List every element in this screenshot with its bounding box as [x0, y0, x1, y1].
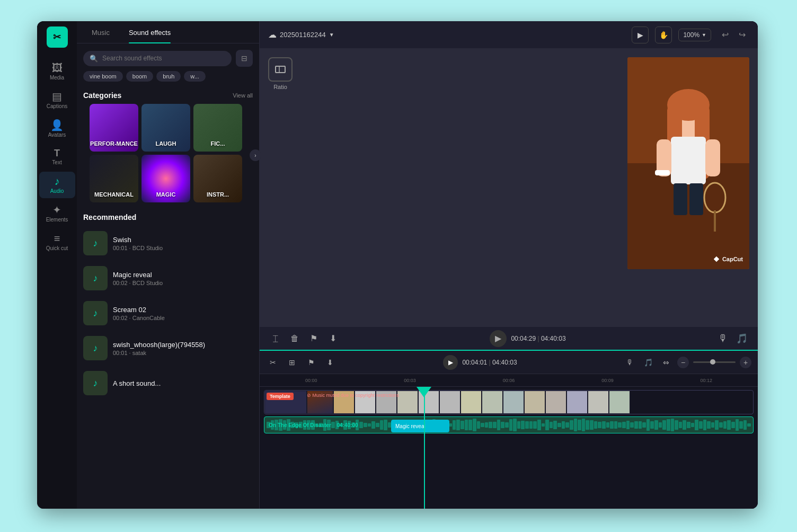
svg-rect-8 [671, 137, 706, 184]
search-input[interactable] [102, 55, 225, 62]
sidebar-item-quickcut[interactable]: ≡ Quick cut [39, 229, 75, 255]
svg-rect-0 [276, 66, 285, 73]
split-button[interactable]: ⌶ [268, 331, 283, 346]
sidebar-item-label: Media [50, 75, 64, 81]
music-note-icon: ♪ [93, 378, 98, 389]
timeline-section: ✂ ⊞ ⚑ ⬇ ▶ 00:04:01 | 04:40:03 🎙 🎵 ⇔ [260, 350, 758, 509]
ratio-tool[interactable]: Ratio [268, 57, 293, 90]
top-bar-right: ▶ ✋ 100% ▼ ↩ ↪ [632, 26, 749, 43]
play-pause-button[interactable]: ▶ [490, 330, 507, 347]
ratio-svg [274, 64, 286, 75]
sound-item-scream[interactable]: ♪ Scream 02 00:02 · CanonCable [77, 296, 259, 331]
sound-thumb-scream: ♪ [83, 301, 108, 325]
filter-button[interactable]: ⊟ [236, 50, 253, 67]
tab-music[interactable]: Music [82, 21, 119, 43]
zoom-in-button[interactable]: + [740, 357, 751, 368]
undo-button[interactable]: ↩ [718, 28, 732, 42]
timeline-play-button[interactable]: ▶ [443, 355, 458, 370]
search-icon: 🔍 [90, 55, 98, 63]
sidebar-item-media[interactable]: 🖼 Media [39, 58, 75, 85]
canvas-area: Ratio [260, 49, 758, 326]
sidebar-item-label: Avatars [48, 132, 66, 138]
cloud-icon: ☁ [268, 30, 277, 40]
timeline-tool-split[interactable]: ✂ [266, 356, 280, 369]
sound-info-magic: Magic reveal 00:02 · BCD Studio [113, 271, 253, 286]
timeline-tool-flag[interactable]: ⚑ [304, 356, 318, 369]
tag-boom[interactable]: boom [126, 71, 154, 82]
ruler-mark-2: 00:06 [459, 378, 558, 383]
category-card-magic[interactable]: MAGIC [141, 155, 190, 202]
audio-track[interactable]: // Generate waveform bars via inline scr… [264, 416, 754, 433]
template-badge: Template [267, 393, 294, 400]
sound-meta: 00:01 · BCD Studio [113, 245, 253, 251]
timeline-tool-add[interactable]: ⊞ [285, 356, 299, 369]
ratio-label: Ratio [273, 84, 287, 90]
capcut-logo-icon [713, 255, 720, 263]
tab-sound-effects[interactable]: Sound effects [119, 21, 180, 43]
voice-button[interactable]: 🎙 [623, 356, 637, 369]
svg-rect-14 [689, 183, 703, 215]
next-arrow-button[interactable]: › [250, 149, 261, 161]
svg-rect-12 [714, 210, 716, 232]
project-name[interactable]: ☁ 202501162244 ▼ [268, 30, 334, 40]
audio-settings-button[interactable]: 🎵 [734, 331, 749, 346]
magic-reveal-label: Magic reveal [395, 423, 426, 429]
sidebar-item-elements[interactable]: ✦ Elements [39, 200, 75, 227]
sound-name: swish_whoosh(large)(794558) [113, 341, 253, 349]
thumb-13 [566, 391, 588, 414]
timeline-tool-download[interactable]: ⬇ [323, 356, 337, 369]
magic-reveal-track[interactable]: Magic reveal [391, 420, 449, 432]
sound-item-swish-whoosh[interactable]: ♪ swish_whoosh(large)(794558) 00:01 · sa… [77, 331, 259, 366]
app-container: ✂ 🖼 Media ▤ Captions 👤 Avatars T Text ♪ … [37, 21, 758, 509]
download-button[interactable]: ⬇ [325, 331, 340, 346]
zoom-out-button[interactable]: − [677, 357, 689, 368]
ratio-icon [268, 57, 293, 82]
tag-bruh[interactable]: bruh [156, 71, 181, 82]
sound-item-magic-reveal[interactable]: ♪ Magic reveal 00:02 · BCD Studio [77, 261, 259, 296]
zoom-slider[interactable] [693, 361, 736, 363]
captions-icon: ▤ [52, 91, 62, 102]
hand-tool-button[interactable]: ✋ [655, 26, 672, 43]
view-all-button[interactable]: View all [233, 92, 253, 99]
tag-vine-boom[interactable]: vine boom [83, 71, 123, 82]
current-time: 00:04:29 | 04:40:03 [511, 335, 565, 342]
thumb-15 [609, 391, 630, 414]
sound-info-short: A short sound... [113, 379, 253, 387]
elements-icon: ✦ [52, 205, 61, 215]
sidebar-item-label: Elements [46, 217, 68, 223]
zoom-control[interactable]: 100% ▼ [678, 29, 711, 41]
category-card-laugh[interactable]: LAUGH [141, 104, 190, 152]
timeline-toolbar: ✂ ⊞ ⚑ ⬇ ▶ 00:04:01 | 04:40:03 🎙 🎵 ⇔ [260, 351, 758, 374]
delete-button[interactable]: 🗑 [287, 331, 302, 346]
sound-thumb-swish: ♪ [83, 231, 108, 255]
app-logo[interactable]: ✂ [47, 26, 68, 48]
sidebar-item-audio[interactable]: ♪ Audio [39, 172, 75, 198]
sound-item-swish[interactable]: ♪ Swish 00:01 · BCD Studio [77, 226, 259, 261]
split-align-button[interactable]: ⇔ [659, 356, 673, 369]
ruler-mark-0: 00:00 [262, 378, 360, 383]
category-card-mechanical[interactable]: MECHANICAL [90, 155, 138, 202]
sound-item-short[interactable]: ♪ A short sound... [77, 366, 259, 401]
search-box[interactable]: 🔍 [83, 51, 232, 66]
category-card-instr[interactable]: INSTR... [193, 155, 242, 202]
sidebar-item-captions[interactable]: ▤ Captions [39, 87, 75, 113]
category-card-fic[interactable]: FIC... [193, 104, 242, 152]
redo-button[interactable]: ↪ [734, 28, 749, 42]
sidebar-item-label: Quick cut [46, 245, 68, 251]
sound-name: Swish [113, 236, 253, 244]
svg-rect-15 [655, 170, 670, 175]
categories-header: Categories View all [77, 87, 259, 104]
thumb-5 [397, 391, 418, 414]
voice-record-button[interactable]: 🎙 [715, 331, 730, 346]
timeline-center-controls: ▶ 00:04:01 | 04:40:03 [342, 355, 618, 370]
play-button-top[interactable]: ▶ [632, 26, 649, 43]
sidebar-item-label: Text [52, 159, 61, 165]
audio-track-button[interactable]: 🎵 [641, 356, 655, 369]
sidebar-item-avatars[interactable]: 👤 Avatars [39, 116, 75, 142]
category-card-performance[interactable]: PERFOR-MANCE [90, 104, 138, 152]
flag-button[interactable]: ⚑ [306, 331, 321, 346]
text-icon: T [54, 148, 60, 158]
capcut-watermark: CapCut [713, 255, 743, 263]
sidebar-item-text[interactable]: T Text [39, 144, 75, 170]
tag-more[interactable]: w... [184, 71, 206, 82]
